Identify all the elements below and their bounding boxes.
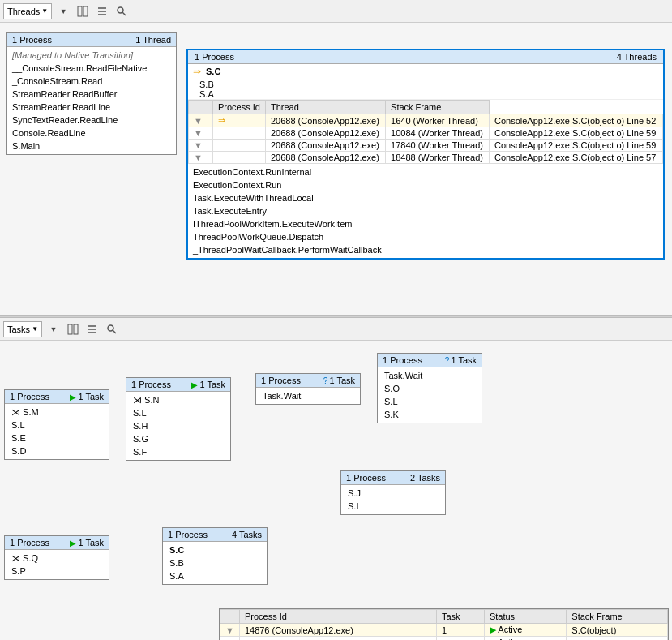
thread-stack-5: SyncTextReader.ReadLine [12, 114, 171, 127]
stack-frame-item: _ThreadPoolWaitCallback.PerformWaitCallb… [193, 243, 658, 256]
task-node-sm[interactable]: 1 Process ▶ 1 Task ⋊ S.M S.L S.E S.D [4, 389, 109, 460]
thread-stack-4: StreamReader.ReadLine [12, 101, 171, 114]
thread-node-main[interactable]: 1 Process 1 Thread [Managed to Native Tr… [6, 32, 177, 155]
search-button[interactable] [113, 3, 130, 19]
thread-stack-list: ExecutionContext.RunInternalExecutionCon… [188, 164, 663, 258]
sm-line3: S.D [11, 445, 102, 457]
col-frame-label: Stack Frame [386, 101, 490, 114]
sc-line2: S.A [169, 569, 260, 582]
thread-row-expand: ▼ [189, 114, 213, 127]
svg-point-5 [118, 7, 123, 13]
svg-rect-0 [78, 6, 82, 16]
chevron-down-icon: ▼ [41, 7, 48, 15]
sm-line0: ⋊ S.M [11, 406, 102, 419]
task-node-sq-body: ⋊ S.Q S.P [5, 550, 109, 579]
wait2-line0: Task.Wait [384, 369, 475, 382]
thread-node-body: [Managed to Native Transition] __Console… [7, 47, 176, 154]
sm-task: 1 Task [78, 392, 104, 402]
sn-line1: S.L [133, 406, 224, 419]
pre-row-sa: S.A [199, 89, 658, 99]
columns-button[interactable] [75, 3, 91, 19]
task-row-pid: 14876 (ConsoleApp12.exe) [239, 624, 436, 637]
svg-rect-7 [68, 324, 72, 334]
wait1-icon: ? [323, 376, 328, 385]
wait2-line1: S.O [384, 382, 475, 395]
sq-process: 1 Process [10, 538, 49, 548]
task-node-sq[interactable]: 1 Process ▶ 1 Task ⋊ S.Q S.P [4, 535, 109, 580]
sc-line1: S.B [169, 556, 260, 569]
sj-process: 1 Process [346, 473, 386, 483]
threads-panel: 1 Process 1 Thread [Managed to Native Tr… [0, 23, 672, 315]
col-thread-label: Thread [265, 101, 385, 114]
thread-row-expand: ▼ [189, 152, 213, 164]
task-node-sm-header: 1 Process ▶ 1 Task [5, 390, 109, 404]
thread-node-header: 1 Process 1 Thread [7, 33, 176, 47]
task-node-sj[interactable]: 1 Process 2 Tasks S.J S.I [340, 470, 446, 515]
task-data-table: Process Id Task Status Stack Frame ▼ 148… [220, 609, 668, 640]
svg-rect-8 [74, 324, 78, 334]
group-button[interactable] [94, 3, 110, 19]
sq-line0: ⋊ S.Q [11, 552, 102, 565]
thread-arrow-row: S.C [206, 67, 220, 76]
tasks-toolbar: Tasks ▼ ▼ [0, 318, 672, 341]
stack-frame-item: ExecutionContext.Run [193, 178, 658, 191]
svg-rect-1 [83, 6, 88, 16]
task-row-frame: S.C(object) [567, 637, 668, 641]
sn-task: 1 Task [199, 380, 225, 389]
task-table-container[interactable]: Process Id Task Status Stack Frame ▼ 148… [219, 608, 669, 640]
tasks-group-button[interactable] [84, 321, 101, 337]
tasks-dropdown-label: Tasks [7, 324, 30, 334]
task-node-wait2[interactable]: 1 Process ? 1 Task Task.Wait S.O S.L S.K [377, 353, 482, 423]
task-node-sm-body: ⋊ S.M S.L S.E S.D [5, 404, 109, 459]
thread-row-thread: 1640 (Worker Thread) [386, 114, 490, 127]
sn-line0: ⋊ S.N [133, 393, 224, 406]
svg-point-12 [108, 325, 113, 331]
thread-table-container[interactable]: 1 Process 4 Threads ⇒ S.C S.B S.A Proces… [186, 49, 665, 260]
filter-button[interactable]: ▼ [55, 3, 71, 19]
thread-row-arrow [213, 127, 266, 140]
thread-table-thread-count: 4 Threads [617, 52, 657, 62]
sj-line1: S.I [348, 500, 439, 513]
task-row-frame: S.C(object) [567, 624, 668, 637]
task-node-sn[interactable]: 1 Process ▶ 1 Task ⋊ S.N S.L S.H S.G S.F [126, 377, 231, 461]
task-node-sc[interactable]: 1 Process 4 Tasks S.C S.B S.A [162, 527, 268, 585]
wait2-process: 1 Process [383, 355, 422, 365]
task-node-wait2-body: Task.Wait S.O S.L S.K [378, 367, 482, 423]
wait1-line0: Task.Wait [263, 389, 353, 402]
thread-row-pid: 20688 (ConsoleApp12.exe) [265, 140, 385, 152]
arrow-indicator: ⇒ [193, 66, 201, 77]
pre-row-sb: S.B [199, 79, 658, 89]
thread-row-thread: 17840 (Worker Thread) [386, 140, 490, 152]
thread-data-table: Process Id Thread Stack Frame ▼ ⇒ 20688 … [188, 100, 663, 164]
thread-row-expand: ▼ [189, 127, 213, 140]
task-node-sq-header: 1 Process ▶ 1 Task [5, 536, 109, 550]
thread-row-frame: ConsoleApp12.exe!S.C(object o) Line 59 [489, 127, 662, 140]
col-pid-label: Process Id [213, 101, 266, 114]
task-node-wait1[interactable]: 1 Process ? 1 Task Task.Wait [255, 373, 361, 405]
thread-row-arrow: ⇒ [213, 114, 266, 127]
tasks-filter-button[interactable]: ▼ [45, 321, 62, 337]
sn-line3: S.G [133, 432, 224, 445]
sc-line0: S.C [169, 543, 260, 556]
tasks-panel: 1 Process ▶ 1 Task ⋊ S.M S.L S.E S.D 1 P… [0, 341, 672, 640]
task-node-wait1-header: 1 Process ? 1 Task [256, 374, 360, 388]
svg-line-13 [113, 330, 116, 333]
task-row-num: 1 [436, 624, 484, 637]
task-row-pid: 14876 (ConsoleApp12.exe) [239, 637, 436, 641]
tasks-dropdown[interactable]: Tasks ▼ [3, 321, 42, 337]
threads-dropdown[interactable]: Threads ▼ [3, 3, 52, 19]
stack-frame-item: IThreadPoolWorkItem.ExecuteWorkItem [193, 217, 658, 230]
wait2-line2: S.L [384, 395, 475, 408]
thread-table-process: 1 Process [195, 52, 234, 62]
tasks-columns-button[interactable] [65, 321, 81, 337]
sc-process: 1 Process [168, 530, 208, 539]
thread-row-pid: 20688 (ConsoleApp12.exe) [265, 114, 385, 127]
sm-line2: S.E [11, 432, 102, 445]
task-row-expand: ▼ [220, 637, 240, 641]
stack-frame-item: Task.ExecuteWithThreadLocal [193, 191, 658, 204]
tasks-search-button[interactable] [104, 321, 120, 337]
task-row-status: ▶ Active [484, 637, 566, 641]
col-pid [189, 101, 213, 114]
thread-table-header: 1 Process 4 Threads [188, 50, 663, 64]
sq-line1: S.P [11, 565, 102, 578]
